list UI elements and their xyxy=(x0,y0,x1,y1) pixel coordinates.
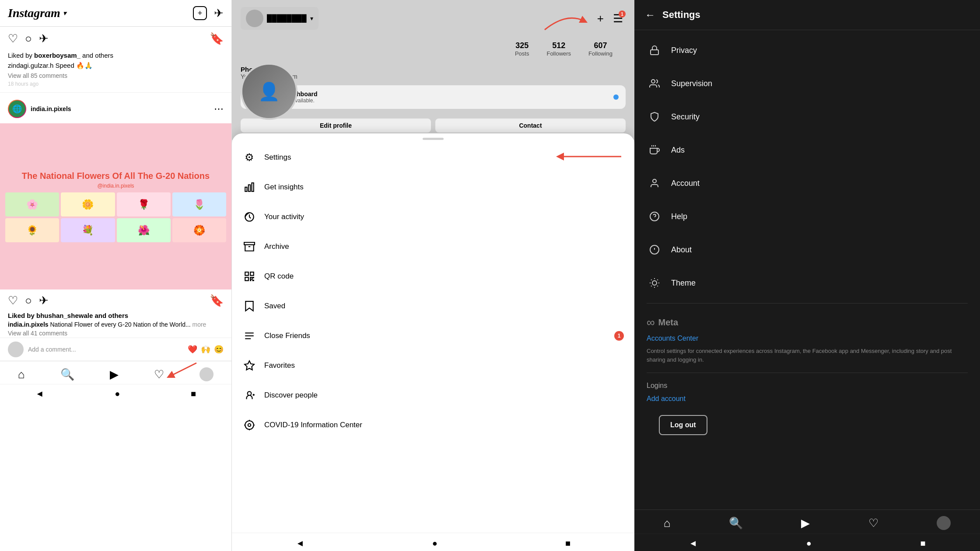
share-icon-2[interactable]: ✈ xyxy=(39,294,49,307)
save-icon-2[interactable]: 🔖 xyxy=(210,294,224,307)
followers-count: 512 xyxy=(546,41,571,50)
insights-icon xyxy=(242,180,256,194)
android-recent-middle[interactable]: ■ xyxy=(565,538,570,548)
settings-item-supervision[interactable]: Supervision xyxy=(634,67,980,100)
android-back-middle[interactable]: ◄ xyxy=(296,538,304,548)
android-nav-right: ◄ ● ■ xyxy=(634,534,980,551)
android-home-right[interactable]: ● xyxy=(806,538,812,548)
more-link[interactable]: more xyxy=(192,321,206,328)
liked-by-others: and others xyxy=(82,52,113,59)
save-icon-1[interactable]: 🔖 xyxy=(210,32,224,45)
settings-item-security[interactable]: Security xyxy=(634,100,980,133)
clap-emoji[interactable]: 🙌 xyxy=(201,345,210,354)
menu-item-close-friends[interactable]: Close Friends 1 xyxy=(232,321,634,351)
add-account-link[interactable]: Add account xyxy=(634,391,980,406)
comment-icon-1[interactable]: ○ xyxy=(25,32,32,45)
android-home-left[interactable]: ● xyxy=(115,389,120,399)
post2-cap-user[interactable]: india.in.pixels xyxy=(8,321,49,328)
about-label: About xyxy=(671,245,692,255)
flower-8: 🏵️ xyxy=(172,218,226,242)
logout-button[interactable]: Log out xyxy=(659,415,707,435)
nav-heart-right[interactable]: ♡ xyxy=(868,516,878,530)
menu-item-qrcode[interactable]: QR code xyxy=(232,262,634,291)
settings-item-theme[interactable]: Theme xyxy=(634,266,980,300)
messenger-button[interactable]: ✈ xyxy=(214,7,224,20)
share-icon-1[interactable]: ✈ xyxy=(39,32,49,45)
svg-rect-9 xyxy=(250,277,252,279)
nav-reels-right[interactable]: ▶ xyxy=(801,516,810,530)
add-comment-area: Add a comment... ❤️ 🙌 😊 xyxy=(0,338,231,361)
menu-item-settings[interactable]: ⚙ Settings xyxy=(232,143,634,172)
comment-icon-2[interactable]: ○ xyxy=(25,294,32,307)
settings-item-help[interactable]: Help xyxy=(634,200,980,233)
like-icon-2[interactable]: ♡ xyxy=(8,294,18,307)
nav-home-left[interactable]: ⌂ xyxy=(18,368,25,381)
username-chevron[interactable]: ▾ xyxy=(310,15,313,22)
nav-search-right[interactable]: 🔍 xyxy=(729,516,743,530)
add-post-button[interactable]: + xyxy=(193,6,207,20)
help-label: Help xyxy=(671,212,687,221)
nav-reels-left[interactable]: ▶ xyxy=(110,368,119,381)
menu-item-favorites[interactable]: Favorites xyxy=(232,351,634,380)
android-back-left[interactable]: ◄ xyxy=(35,389,44,399)
comment-input[interactable]: Add a comment... xyxy=(28,346,183,353)
post-divider xyxy=(0,92,231,93)
profile-username-area: ████████ ▾ xyxy=(241,7,318,30)
post1-view-comments[interactable]: View all 85 comments xyxy=(0,71,231,80)
settings-item-about[interactable]: About xyxy=(634,233,980,266)
archive-icon xyxy=(242,240,256,254)
menu-item-activity[interactable]: Your activity xyxy=(232,202,634,232)
svg-line-45 xyxy=(657,279,658,280)
flower-5: 🌻 xyxy=(5,218,59,242)
add-post-icon[interactable]: + xyxy=(597,12,604,25)
nav-home-right[interactable]: ⌂ xyxy=(664,516,671,530)
heart-emoji[interactable]: ❤️ xyxy=(188,345,197,354)
add-icon: + xyxy=(198,9,203,18)
post2-more[interactable]: ⋯ xyxy=(214,103,224,115)
flower-background: The National Flowers Of All The G-20 Nat… xyxy=(0,123,231,289)
menu-item-saved[interactable]: Saved xyxy=(232,291,634,321)
accounts-center-link[interactable]: Accounts Center xyxy=(647,335,968,342)
settings-item-ads[interactable]: Ads xyxy=(634,133,980,167)
liked-by-user[interactable]: boxerboysam_ xyxy=(34,52,80,59)
pro-dashboard[interactable]: Professional dashboard New tools are now… xyxy=(241,85,626,109)
svg-rect-26 xyxy=(651,50,658,55)
menu-item-covid[interactable]: COVID-19 Information Center xyxy=(232,410,634,440)
discover-label: Discover people xyxy=(264,391,318,400)
nav-profile-right[interactable] xyxy=(937,516,951,530)
flower-3: 🌹 xyxy=(117,192,171,216)
android-back-right[interactable]: ◄ xyxy=(689,538,697,548)
edit-profile-button[interactable]: Edit profile xyxy=(241,119,431,133)
menu-item-discover[interactable]: Discover people xyxy=(232,380,634,410)
settings-item-account[interactable]: Account xyxy=(634,167,980,200)
svg-rect-7 xyxy=(250,272,254,276)
nav-heart-left[interactable]: ♡ xyxy=(154,368,164,381)
logo-chevron[interactable]: ▾ xyxy=(63,10,66,17)
stat-following: 607 Following xyxy=(588,41,612,57)
android-recent-right[interactable]: ■ xyxy=(920,538,926,548)
contact-button[interactable]: Contact xyxy=(435,119,626,133)
android-home-middle[interactable]: ● xyxy=(432,538,438,548)
qrcode-label: QR code xyxy=(264,272,294,281)
nav-search-left[interactable]: 🔍 xyxy=(60,368,74,381)
favorites-icon xyxy=(242,359,256,373)
menu-item-archive[interactable]: Archive xyxy=(232,232,634,262)
comment-emoji-icons: ❤️ 🙌 😊 xyxy=(188,345,224,354)
post1-actions-top: ♡ ○ ✈ 🔖 xyxy=(0,27,231,51)
covid-label: COVID-19 Information Center xyxy=(264,421,362,429)
like-icon-1[interactable]: ♡ xyxy=(8,32,18,45)
nav-profile-left[interactable] xyxy=(200,367,214,381)
logins-section: Logins xyxy=(634,377,980,391)
smile-emoji[interactable]: 😊 xyxy=(214,345,224,354)
svg-rect-3 xyxy=(248,185,250,192)
android-recent-left[interactable]: ■ xyxy=(191,389,196,399)
settings-back-button[interactable]: ← xyxy=(645,9,655,21)
settings-item-privacy[interactable]: Privacy xyxy=(634,34,980,67)
settings-icon: ⚙ xyxy=(242,150,256,164)
menu-item-insights[interactable]: Get insights xyxy=(232,172,634,202)
post2-liked-user[interactable]: bhushan_shewale xyxy=(36,312,93,319)
post2-view-comments[interactable]: View all 41 comments xyxy=(0,330,231,338)
post2-username[interactable]: india.in.pixels xyxy=(31,105,71,112)
notification-button[interactable]: ☰ 1 xyxy=(610,10,626,26)
ads-icon xyxy=(647,142,662,158)
